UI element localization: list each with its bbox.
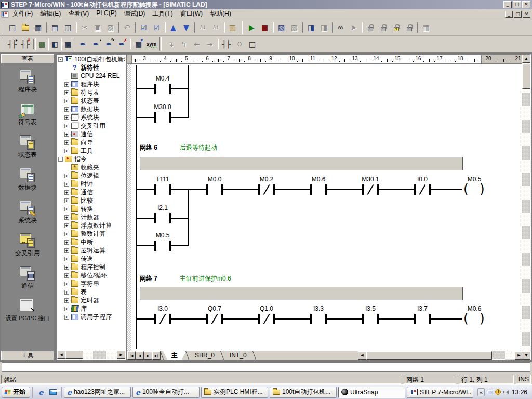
expand-box-icon[interactable]: +: [64, 174, 69, 178]
expand-box-icon[interactable]: +: [64, 215, 69, 220]
tab-int0[interactable]: INT_0: [223, 351, 253, 360]
tree-tools[interactable]: +工具: [57, 147, 125, 155]
menu-debug[interactable]: 调试(D): [121, 9, 149, 19]
expand-box-icon[interactable]: +: [64, 124, 69, 128]
tree-horizontal-scrollbar[interactable]: ◀ ▶: [57, 351, 125, 359]
network-comment-box[interactable]: [140, 157, 463, 170]
tree-clock[interactable]: +时钟: [57, 180, 125, 188]
task-ultrasnap[interactable]: UltraSnap: [338, 387, 405, 398]
no-contact[interactable]: [154, 213, 156, 223]
task-hao123[interactable]: ehao123网址之家...: [64, 387, 131, 398]
expand-box-icon[interactable]: +: [64, 90, 69, 95]
delete-network-icon[interactable]: ┤├✗: [19, 38, 32, 50]
task-100ton-browser[interactable]: e100吨全自动打...: [132, 387, 200, 398]
editor-horizontal-scrollbar[interactable]: ◀ ▶: [358, 351, 523, 360]
expand-box-icon[interactable]: +: [64, 223, 69, 228]
network-comment-box[interactable]: [140, 287, 463, 300]
tree-timers[interactable]: +定时器: [57, 296, 125, 304]
menu-plc[interactable]: PLC(P): [92, 9, 120, 19]
pointer-icon[interactable]: ➤: [347, 21, 360, 34]
scroll-down-icon[interactable]: ▼: [522, 351, 530, 360]
menu-view[interactable]: 查看(V): [64, 9, 92, 19]
compile-all-icon[interactable]: ☑: [150, 21, 163, 34]
expand-box-icon[interactable]: -: [58, 57, 63, 62]
no-contact[interactable]: [154, 112, 156, 123]
tab-sbr0[interactable]: SBR_0: [189, 351, 221, 360]
tree-libraries[interactable]: +库: [57, 304, 125, 313]
sort-ascending-icon[interactable]: A↓: [196, 21, 209, 34]
tree-favorites[interactable]: 收藏夹: [57, 163, 125, 171]
nav-status-chart[interactable]: 状态表: [1, 135, 54, 168]
minimize-button[interactable]: _: [503, 1, 512, 8]
nc-contact[interactable]: [362, 184, 364, 195]
insert-contact-icon[interactable]: ┤├: [220, 38, 233, 50]
nc-contact[interactable]: [258, 314, 260, 324]
view-bar-header[interactable]: 查看: [1, 54, 54, 63]
menu-tools[interactable]: 工具(T): [149, 9, 176, 19]
wire-down-icon[interactable]: ↴: [164, 38, 177, 50]
scroll-left-icon[interactable]: ◀: [358, 351, 366, 360]
mail-quick-launch-icon[interactable]: [48, 387, 58, 397]
scroll-thumb[interactable]: [522, 64, 530, 89]
child-close-button[interactable]: ✕: [523, 11, 530, 18]
insert-network-icon[interactable]: ┤├▸: [6, 38, 19, 50]
download-icon[interactable]: ▼: [180, 21, 193, 34]
task-100t-folder[interactable]: 100t自动打包机...: [270, 387, 337, 398]
expand-box-icon[interactable]: +: [64, 290, 69, 295]
scroll-up-icon[interactable]: ▲: [522, 55, 530, 63]
restore-button[interactable]: □: [513, 1, 521, 8]
stop-icon[interactable]: ■: [258, 21, 271, 34]
no-contact[interactable]: [310, 184, 312, 195]
options-icon[interactable]: ▥: [226, 21, 239, 34]
scroll-left-icon[interactable]: ◀: [57, 351, 65, 359]
nav-communications[interactable]: 通信: [1, 266, 54, 299]
tree-table[interactable]: +表: [57, 288, 125, 296]
no-contact[interactable]: [362, 314, 364, 324]
nav-program-block[interactable]: 程序块: [1, 70, 54, 102]
expand-box-icon[interactable]: +: [64, 265, 69, 270]
child-minimize-button[interactable]: _: [505, 11, 513, 18]
upload-icon[interactable]: ▲: [167, 21, 180, 34]
tree-cross-reference[interactable]: +交叉引用: [57, 122, 125, 130]
copy-icon[interactable]: ▣: [91, 21, 104, 34]
insert-column-icon[interactable]: ✒▪: [89, 38, 102, 50]
nav-cross-reference[interactable]: 交叉引用: [1, 233, 54, 266]
view-local-variables-icon[interactable]: ◧: [48, 38, 61, 50]
password-lock-icon[interactable]: [390, 21, 403, 34]
view-program-editor-icon[interactable]: ▤: [35, 38, 48, 50]
tree-comm-instructions[interactable]: +通信: [57, 188, 125, 196]
lock-icon[interactable]: [364, 21, 377, 34]
tree-system-block[interactable]: +系统块: [57, 113, 125, 122]
no-contact[interactable]: [206, 184, 208, 195]
vertical-scrollbar[interactable]: ▲ ▼: [522, 55, 530, 360]
window-layout-icon[interactable]: ▦: [419, 21, 432, 34]
nav-symbol-table[interactable]: 符号表: [1, 102, 54, 135]
expand-box-icon[interactable]: +: [64, 198, 69, 203]
tree-logic-operations[interactable]: +逻辑运算: [57, 246, 125, 255]
child-restore-button[interactable]: □: [514, 11, 522, 18]
expand-box-icon[interactable]: +: [64, 107, 69, 112]
tree-integer-math[interactable]: +整数计算: [57, 230, 125, 238]
pause-chart-status-icon[interactable]: ◨: [317, 21, 330, 34]
no-contact[interactable]: [154, 241, 156, 251]
expand-box-icon[interactable]: +: [64, 240, 69, 245]
nc-contact[interactable]: [258, 184, 260, 195]
tree-whats-new[interactable]: 新特性: [57, 63, 125, 72]
pause-program-status-icon[interactable]: ▧: [288, 21, 301, 34]
tree-counters[interactable]: +计数器: [57, 213, 125, 221]
paste-icon[interactable]: ▨: [104, 21, 117, 34]
save-icon[interactable]: ▦: [32, 21, 45, 34]
tab-scroll-last-icon[interactable]: ▶|: [152, 351, 161, 360]
tree-instructions[interactable]: -指令: [57, 155, 125, 163]
tree-program-block[interactable]: +程序块: [57, 80, 125, 88]
task-plc-hmi-folder[interactable]: 实例PLC HMI程...: [201, 387, 268, 398]
expand-box-icon[interactable]: -: [58, 157, 63, 162]
unlock-icon[interactable]: [377, 21, 390, 34]
print-preview-icon[interactable]: ◫: [61, 21, 74, 34]
expand-box-icon[interactable]: +: [64, 315, 69, 320]
nc-contact[interactable]: [206, 314, 208, 324]
ie-quick-launch-icon[interactable]: e: [36, 387, 46, 397]
wire-left-icon[interactable]: ←: [190, 38, 203, 50]
program-status-icon[interactable]: ▧: [275, 21, 288, 34]
tree-shift-rotate[interactable]: +移位/循环: [57, 271, 125, 280]
